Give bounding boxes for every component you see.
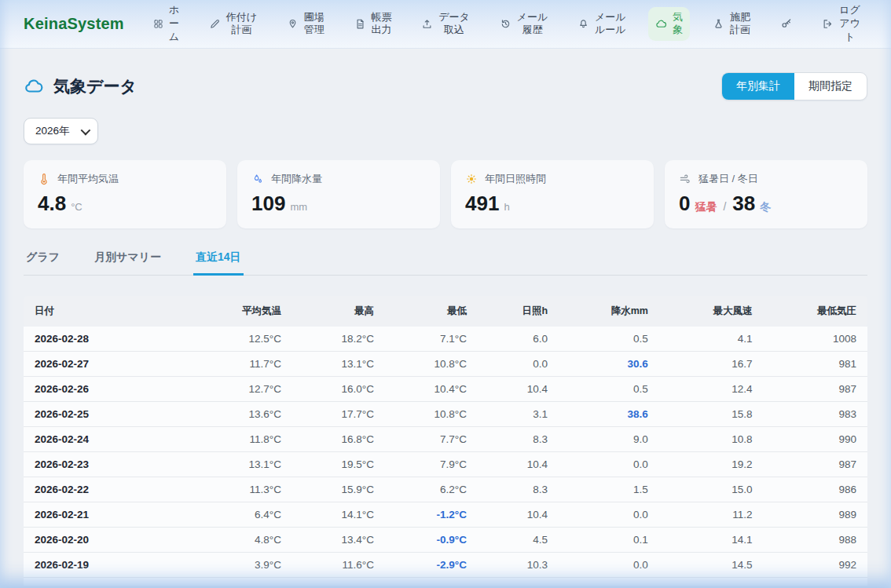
value-cell: 10.8 [659,427,764,452]
value-cell: 10.8°C [385,352,478,377]
value-cell: 38.6 [559,402,659,427]
view-toggle: 年別集計 期間指定 [721,72,867,100]
key-icon [780,17,793,30]
stat-unit: °C [71,201,82,213]
value-cell: 0.0 [559,553,659,578]
date-cell: 2026-02-28 [24,327,188,352]
value-cell: 16.0°C [292,377,385,402]
nav-item-planting-plan[interactable]: 作付け 計画 [202,7,264,42]
value-cell: 12.4 [659,377,764,402]
value-cell: 981 [763,352,867,377]
nav-item-label: メール ルール [595,11,626,38]
column-header: 平均気温 [188,296,292,327]
stat-card-label: 猛暑日 / 冬日 [698,172,758,186]
value-cell: -0.9°C [385,528,478,553]
stat-card-label: 年間日照時間 [485,172,546,186]
value-cell: 13.1°C [188,452,292,477]
nav-item-mail-history[interactable]: メール 履歴 [493,7,556,42]
value-cell: 4.8°C [188,528,292,553]
table-row: 2026-02-2711.7°C13.1°C10.8°C0.030.616.79… [24,352,867,377]
value-cell: 17.7°C [292,402,385,427]
nav-item-weather[interactable]: 気 象 [648,7,690,42]
pencil-icon [209,18,221,30]
stat-value: 491 [465,192,499,216]
year-select[interactable]: 2026年 [24,118,98,144]
nav-item-home[interactable]: ホ ー ム [146,0,186,48]
tab-monthly-summary[interactable]: 月別サマリー [92,250,163,276]
value-cell: 10.3 [478,553,559,578]
cloud-icon [655,18,667,30]
stat-value: 109 [251,192,285,216]
nav-item-label: 施肥 計画 [730,11,750,38]
tab-graph[interactable]: グラフ [24,250,62,276]
value-cell: 14.5 [659,553,764,578]
column-header: 日付 [24,296,188,327]
value-cell: 6.0 [478,327,559,352]
app-window: KeinaSystem ホ ー ム作付け 計画圃場 管理帳票 出力データ 取込メ… [0,0,891,588]
stat-value: 4.8 [38,192,66,216]
date-cell: 2026-02-25 [24,402,188,427]
date-cell: 2026-02-27 [24,352,188,377]
value-cell: 15.8 [659,402,764,427]
value-cell: 14.1°C [292,502,385,528]
date-cell: 2026-02-26 [24,377,188,402]
logout-icon [822,18,834,30]
nav-item-label: データ 取込 [438,11,470,38]
tab-recent-14-days[interactable]: 直近14日 [193,250,244,276]
nav-item-data-import[interactable]: データ 取込 [414,7,477,42]
value-cell: 15.9°C [292,477,385,502]
cloud-icon [24,76,44,97]
value-cell: -2.9°C [385,553,478,578]
stat-card: 猛暑日 / 冬日0猛暑/38冬 [665,160,867,228]
value-cell: 0.5 [559,327,659,352]
sun-icon [465,173,478,185]
value-cell: 19.2 [659,452,764,477]
stat-card-value: 109mm [251,192,426,216]
column-header: 日照h [478,296,559,327]
date-cell: 2026-02-21 [24,502,188,528]
page-title: 気象データ [53,75,137,97]
nav-item-logout[interactable]: ログ アウ ト [815,0,867,48]
value-cell: 11.7°C [188,352,292,377]
value-cell: 8.3 [478,477,559,502]
droplet-icon [251,173,264,185]
value-cell: 0.0 [559,452,659,477]
title-row: 気象データ 年別集計 期間指定 [24,72,867,100]
value-separator: / [723,200,726,213]
cold-days-unit: 冬 [760,200,771,214]
nav-item-field-management[interactable]: 圃場 管理 [280,7,332,42]
nav-item-fertilizer-plan[interactable]: 施肥 計画 [706,7,757,42]
value-cell: 16.8°C [292,427,385,452]
value-cell: 1.5 [559,477,659,502]
value-cell: 0.0 [478,352,559,377]
stat-card: 年間日照時間491h [451,160,654,228]
brand-logo[interactable]: KeinaSystem [24,15,124,33]
value-cell: 14.1 [659,528,764,553]
nav-item-mail-rules[interactable]: メール ルール [570,7,633,42]
date-cell: 2026-02-24 [24,427,188,452]
value-cell: 18.2°C [292,327,385,352]
nav-item-report-output[interactable]: 帳票 出力 [347,7,399,42]
value-cell: 0.1 [559,528,659,553]
value-cell: 13.1°C [292,352,385,377]
hot-days-value: 0 [679,192,690,216]
value-cell: 9.0 [559,427,659,452]
value-cell: 990 [763,427,867,452]
period-select-button[interactable]: 期間指定 [794,73,867,100]
value-cell: 4.5 [478,528,559,553]
stat-card-label: 年間平均気温 [57,172,119,186]
date-cell: 2026-02-19 [24,553,188,578]
value-cell: 7.1°C [385,327,478,352]
table-header-row: 日付平均気温最高最低日照h降水mm最大風速最低気圧 [24,296,867,327]
home-icon [153,19,163,29]
table-row: 2026-02-216.4°C14.1°C-1.2°C10.40.011.298… [24,502,867,528]
bell-icon [578,18,589,30]
value-cell: 987 [763,452,867,477]
value-cell: 4.1 [659,327,764,352]
value-cell: 989 [763,502,867,528]
yearly-summary-button[interactable]: 年別集計 [722,73,794,100]
nav-item-label: 作付け 計画 [226,11,257,38]
value-cell: 0.5 [559,377,659,402]
nav-item-password[interactable] [773,13,800,34]
column-header: 最大風速 [659,296,764,327]
